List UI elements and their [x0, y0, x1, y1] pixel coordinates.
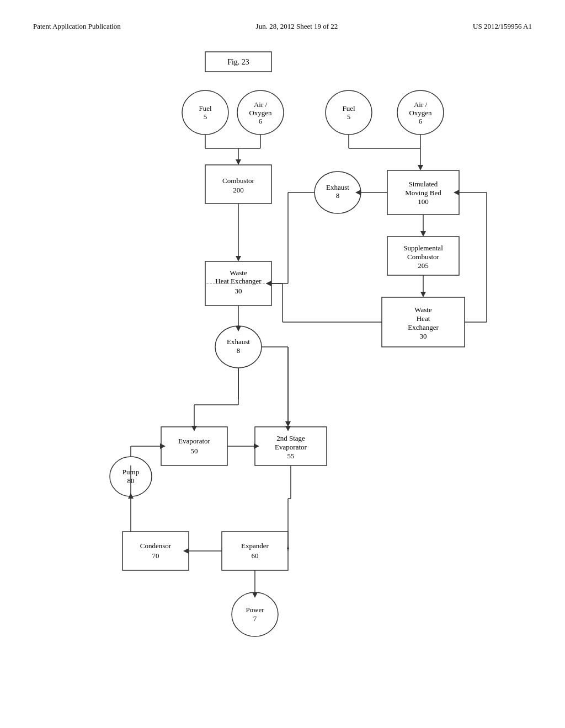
svg-text:5: 5 [347, 113, 351, 121]
svg-text:100: 100 [418, 197, 429, 206]
svg-text:Combustor: Combustor [407, 253, 439, 261]
header-left: Patent Application Publication [33, 22, 121, 31]
svg-text:Heat Exchanger: Heat Exchanger [215, 277, 262, 285]
svg-marker-21 [236, 159, 241, 165]
svg-text:Waste: Waste [414, 306, 432, 314]
svg-text:8: 8 [336, 191, 340, 200]
svg-text:205: 205 [418, 261, 429, 270]
header-center: Jun. 28, 2012 Sheet 19 of 22 [256, 22, 338, 31]
header-right: US 2012/159956 A1 [473, 22, 532, 31]
svg-text:Supplemental: Supplemental [403, 244, 443, 252]
svg-text:Evaporator: Evaporator [275, 443, 307, 451]
svg-text:Exchanger: Exchanger [408, 323, 439, 331]
svg-text:70: 70 [152, 552, 159, 560]
svg-text:200: 200 [233, 186, 244, 194]
svg-text:Heat: Heat [417, 314, 430, 323]
svg-text:55: 55 [287, 452, 295, 460]
svg-text:Evaporator: Evaporator [178, 437, 210, 445]
svg-text:30: 30 [420, 332, 427, 340]
page-header: Patent Application Publication Jun. 28, … [33, 22, 532, 35]
svg-text:Expander: Expander [241, 542, 269, 550]
svg-text:Air /: Air / [254, 100, 268, 109]
svg-text:Fig. 23: Fig. 23 [227, 58, 249, 66]
svg-marker-46 [420, 292, 426, 297]
svg-text:8: 8 [237, 346, 241, 355]
svg-text:Combustor: Combustor [222, 176, 254, 185]
svg-text:Fuel: Fuel [199, 104, 212, 113]
svg-text:2nd Stage: 2nd Stage [276, 434, 305, 442]
svg-text:Air /: Air / [414, 100, 428, 109]
svg-text:60: 60 [252, 552, 259, 560]
diagram-area: Fig. 23 Fuel 5 Air / Oxygen 6 Fuel 5 Air… [33, 46, 532, 697]
svg-text:Fuel: Fuel [342, 104, 355, 113]
svg-text:30: 30 [235, 287, 242, 295]
svg-text:Condensor: Condensor [140, 542, 172, 550]
svg-text:Exhaust: Exhaust [227, 338, 250, 346]
svg-text:50: 50 [191, 447, 198, 455]
svg-marker-40 [420, 231, 426, 237]
svg-rect-103 [222, 532, 288, 570]
svg-text:Oxygen: Oxygen [249, 109, 272, 117]
svg-text:Oxygen: Oxygen [409, 109, 432, 117]
svg-rect-80 [161, 427, 227, 465]
svg-text:7: 7 [253, 614, 257, 623]
svg-rect-97 [122, 532, 189, 570]
svg-marker-29 [418, 165, 423, 170]
svg-line-67 [34, 46, 205, 283]
svg-text:Moving Bed: Moving Bed [405, 189, 441, 197]
svg-text:6: 6 [259, 117, 263, 125]
svg-text:Waste: Waste [230, 269, 247, 277]
svg-text:Exhaust: Exhaust [326, 183, 349, 191]
svg-text:5: 5 [204, 113, 207, 121]
page: Patent Application Publication Jun. 28, … [0, 0, 565, 728]
svg-text:Simulated: Simulated [409, 180, 438, 188]
svg-marker-53 [236, 256, 241, 261]
svg-text:Power: Power [246, 606, 264, 614]
diagram-svg: Fig. 23 Fuel 5 Air / Oxygen 6 Fuel 5 Air… [33, 46, 532, 697]
svg-text:6: 6 [419, 117, 423, 125]
